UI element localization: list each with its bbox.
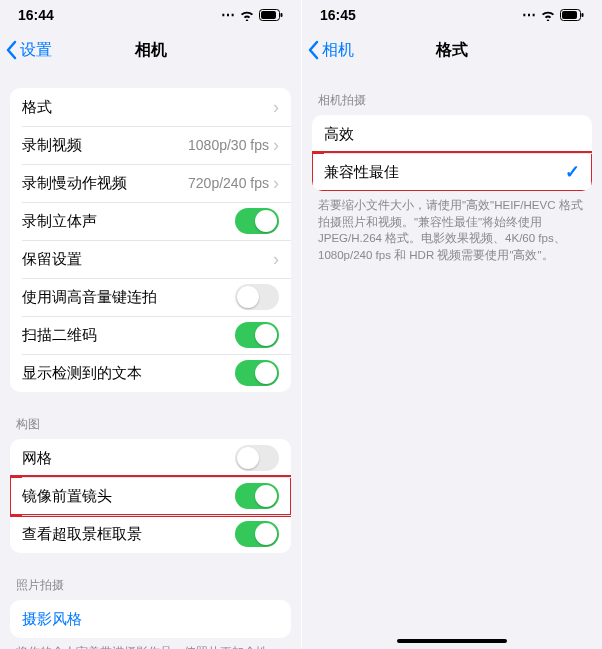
wifi-icon <box>540 9 556 21</box>
row-most-compatible[interactable]: 兼容性最佳 ✓ <box>312 153 592 191</box>
row-scan-qr: 扫描二维码 <box>10 316 291 354</box>
label: 摄影风格 <box>22 610 82 629</box>
nav-bar: 相机 格式 <box>302 30 602 70</box>
content: 相机拍摄 高效 兼容性最佳 ✓ 若要缩小文件大小，请使用"高效"HEIF/HEV… <box>302 70 602 649</box>
svg-rect-4 <box>562 11 577 19</box>
label: 录制立体声 <box>22 212 97 231</box>
row-view-outside: 查看超取景框取景 <box>10 515 291 553</box>
status-time: 16:45 <box>320 7 356 23</box>
group-main: 格式 › 录制视频 1080p/30 fps › 录制慢动作视频 720p/24… <box>10 88 291 392</box>
switch-volume-burst[interactable] <box>235 284 279 310</box>
label: 查看超取景框取景 <box>22 525 142 544</box>
switch-scan-qr[interactable] <box>235 322 279 348</box>
back-button[interactable]: 设置 <box>0 40 52 61</box>
chevron-left-icon <box>308 40 320 60</box>
dots-icon: ⋯ <box>522 7 536 23</box>
label: 格式 <box>22 98 52 117</box>
status-right: ⋯ <box>522 7 584 23</box>
row-grid: 网格 <box>10 439 291 477</box>
group-footer-capture: 若要缩小文件大小，请使用"高效"HEIF/HEVC 格式拍摄照片和视频。"兼容性… <box>302 191 602 264</box>
row-record-video[interactable]: 录制视频 1080p/30 fps › <box>10 126 291 164</box>
label: 高效 <box>324 125 354 144</box>
label: 录制视频 <box>22 136 82 155</box>
battery-icon <box>259 9 283 21</box>
label: 显示检测到的文本 <box>22 364 142 383</box>
label: 录制慢动作视频 <box>22 174 127 193</box>
label: 镜像前置镜头 <box>22 487 112 506</box>
group-footer-photo: 将你的个人审美带进摄影作品，使照片更加个性化。"摄影风格"使用先进的场景理解技术… <box>0 638 301 649</box>
switch-stereo[interactable] <box>235 208 279 234</box>
detail: 1080p/30 fps <box>188 137 269 153</box>
content: 格式 › 录制视频 1080p/30 fps › 录制慢动作视频 720p/24… <box>0 70 301 649</box>
row-format[interactable]: 格式 › <box>10 88 291 126</box>
row-mirror-front: 镜像前置镜头 <box>10 477 291 515</box>
svg-rect-1 <box>261 11 276 19</box>
svg-rect-2 <box>281 13 283 17</box>
status-right: ⋯ <box>221 7 283 23</box>
dots-icon: ⋯ <box>221 7 235 23</box>
chevron-right-icon: › <box>273 250 279 268</box>
label: 保留设置 <box>22 250 82 269</box>
chevron-right-icon: › <box>273 98 279 116</box>
wifi-icon <box>239 9 255 21</box>
chevron-left-icon <box>6 40 18 60</box>
format-settings-screen: 16:45 ⋯ 相机 格式 相机拍摄 高效 <box>301 0 602 649</box>
row-volume-burst: 使用调高音量键连拍 <box>10 278 291 316</box>
switch-view-outside[interactable] <box>235 521 279 547</box>
label: 扫描二维码 <box>22 326 97 345</box>
label: 网格 <box>22 449 52 468</box>
switch-grid[interactable] <box>235 445 279 471</box>
home-indicator[interactable] <box>397 639 507 643</box>
battery-icon <box>560 9 584 21</box>
back-button[interactable]: 相机 <box>302 40 354 61</box>
row-record-slowmo[interactable]: 录制慢动作视频 720p/240 fps › <box>10 164 291 202</box>
row-detect-text: 显示检测到的文本 <box>10 354 291 392</box>
row-high-efficiency[interactable]: 高效 <box>312 115 592 153</box>
status-bar: 16:44 ⋯ <box>0 0 301 30</box>
camera-settings-screen: 16:44 ⋯ 设置 相机 格式 › <box>0 0 301 649</box>
group-capture: 高效 兼容性最佳 ✓ <box>312 115 592 191</box>
switch-mirror-front[interactable] <box>235 483 279 509</box>
chevron-right-icon: › <box>273 174 279 192</box>
checkmark-icon: ✓ <box>565 161 580 183</box>
back-label: 设置 <box>20 40 52 61</box>
row-stereo: 录制立体声 <box>10 202 291 240</box>
switch-detect-text[interactable] <box>235 360 279 386</box>
group-header-photo: 照片拍摄 <box>0 573 301 600</box>
chevron-right-icon: › <box>273 136 279 154</box>
detail: 720p/240 fps <box>188 175 269 191</box>
row-photo-styles[interactable]: 摄影风格 <box>10 600 291 638</box>
row-preserve[interactable]: 保留设置 › <box>10 240 291 278</box>
svg-rect-5 <box>582 13 584 17</box>
group-header-capture: 相机拍摄 <box>302 88 602 115</box>
nav-bar: 设置 相机 <box>0 30 301 70</box>
group-header-composition: 构图 <box>0 412 301 439</box>
label: 使用调高音量键连拍 <box>22 288 157 307</box>
status-time: 16:44 <box>18 7 54 23</box>
status-bar: 16:45 ⋯ <box>302 0 602 30</box>
back-label: 相机 <box>322 40 354 61</box>
group-composition: 网格 镜像前置镜头 查看超取景框取景 <box>10 439 291 553</box>
group-photo: 摄影风格 <box>10 600 291 638</box>
label: 兼容性最佳 <box>324 163 399 182</box>
